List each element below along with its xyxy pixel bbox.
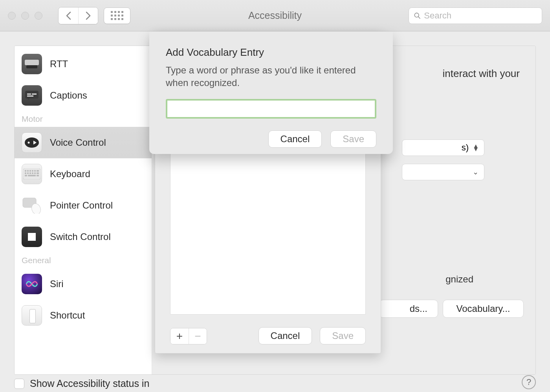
keyboard-icon [22, 164, 42, 184]
add-vocabulary-popover: Add Vocabulary Entry Type a word or phra… [149, 31, 393, 154]
sidebar-item-label: Pointer Control [50, 200, 113, 211]
rtt-icon [22, 54, 42, 74]
svg-point-8 [25, 137, 39, 148]
svg-rect-21 [34, 172, 36, 174]
add-vocabulary-title: Add Vocabulary Entry [166, 46, 376, 59]
sidebar-item-label: Shortcut [50, 310, 85, 321]
svg-rect-2 [25, 60, 39, 65]
sidebar-item-siri[interactable]: Siri [15, 268, 152, 300]
zoom-window-button[interactable] [35, 12, 42, 20]
sidebar-item-pointer-control[interactable]: Pointer Control [15, 190, 152, 221]
captions-icon [22, 85, 42, 106]
svg-rect-22 [37, 172, 39, 174]
svg-rect-11 [25, 170, 26, 172]
svg-rect-23 [25, 175, 27, 176]
close-window-button[interactable] [8, 12, 16, 20]
sidebar-item-keyboard[interactable]: Keyboard [15, 158, 152, 190]
minimize-window-button[interactable] [21, 12, 29, 20]
sidebar-item-label: RTT [50, 59, 68, 70]
svg-rect-19 [29, 172, 31, 174]
titlebar: Accessibility [0, 0, 550, 31]
microphone-dropdown[interactable]: ⌄ [402, 164, 484, 180]
grid-icon [111, 11, 123, 20]
up-down-chevron-icon: ▲▼ [473, 145, 478, 151]
add-vocabulary-save-button[interactable]: Save [330, 130, 376, 148]
sidebar-item-switch-control[interactable]: Switch Control [15, 221, 152, 253]
svg-rect-5 [27, 93, 31, 95]
show-status-checkbox[interactable] [14, 379, 24, 389]
chevron-down-icon: ⌄ [473, 168, 478, 176]
svg-rect-13 [29, 170, 31, 172]
nav-buttons [58, 7, 98, 24]
sidebar-section-general: General [15, 253, 152, 268]
dropdown-value-fragment: s) [462, 143, 469, 153]
show-status-row: Show Accessibility status in [14, 378, 149, 389]
svg-rect-17 [25, 172, 26, 174]
sidebar-item-label: Switch Control [50, 231, 111, 242]
svg-rect-25 [37, 175, 39, 176]
window-controls [8, 12, 42, 20]
svg-rect-20 [32, 172, 33, 174]
shortcut-icon [22, 305, 42, 326]
sidebar-item-rtt[interactable]: RTT [15, 48, 152, 80]
svg-rect-18 [27, 172, 29, 174]
recognized-text-fragment: gnized [446, 274, 473, 285]
vocabulary-button[interactable]: Vocabulary... [443, 300, 524, 318]
search-field[interactable] [409, 7, 542, 24]
vocabulary-list[interactable] [170, 150, 366, 315]
language-dropdown[interactable]: s) ▲▼ [402, 139, 484, 156]
vocabulary-add-remove: + − [170, 328, 207, 344]
pane-description-fragment: interact with your [442, 68, 520, 80]
svg-rect-6 [32, 93, 37, 95]
vocabulary-button-label: Vocabulary... [456, 303, 510, 314]
add-vocabulary-actions: Cancel Save [166, 130, 376, 148]
commands-button[interactable]: ds... [379, 300, 438, 318]
sidebar: RTT Captions Motor Voice Control Keyboar… [15, 46, 152, 374]
svg-rect-3 [26, 65, 37, 68]
svg-rect-7 [27, 95, 33, 97]
add-vocabulary-cancel-button[interactable]: Cancel [268, 130, 322, 148]
voice-control-icon [22, 132, 42, 153]
show-status-label: Show Accessibility status in [30, 378, 149, 389]
add-vocabulary-description: Type a word or phrase as you'd like it e… [166, 64, 362, 90]
add-vocabulary-input-wrap [166, 99, 376, 119]
vocabulary-sheet-actions: Cancel Save [258, 327, 366, 344]
svg-rect-14 [32, 170, 33, 172]
forward-button[interactable] [78, 7, 98, 24]
window-title: Accessibility [248, 10, 302, 21]
chevron-left-icon [66, 11, 71, 20]
sidebar-item-label: Keyboard [50, 169, 90, 180]
help-button[interactable]: ? [522, 375, 536, 389]
svg-line-1 [418, 16, 420, 18]
sidebar-item-captions[interactable]: Captions [15, 80, 152, 111]
vocabulary-remove-button[interactable]: − [189, 328, 207, 344]
vocabulary-add-button[interactable]: + [170, 328, 189, 344]
svg-rect-12 [27, 170, 29, 172]
sidebar-section-motor: Motor [15, 111, 152, 127]
sidebar-item-label: Siri [50, 278, 64, 289]
show-all-button[interactable] [104, 7, 130, 24]
back-button[interactable] [59, 7, 78, 24]
add-vocabulary-input[interactable] [167, 101, 375, 117]
pointer-control-icon [22, 195, 42, 216]
siri-icon [22, 274, 42, 294]
vocabulary-cancel-button[interactable]: Cancel [258, 327, 312, 344]
sidebar-item-label: Captions [50, 90, 87, 101]
svg-rect-15 [34, 170, 36, 172]
vocabulary-save-button[interactable]: Save [320, 327, 366, 344]
chevron-right-icon [86, 11, 91, 20]
switch-control-icon [22, 227, 42, 247]
sidebar-item-label: Voice Control [50, 137, 106, 148]
sidebar-item-shortcut[interactable]: Shortcut [15, 300, 152, 331]
sidebar-item-voice-control[interactable]: Voice Control [15, 127, 152, 158]
svg-rect-24 [28, 175, 36, 176]
svg-rect-16 [37, 170, 39, 172]
commands-button-label: ds... [410, 303, 427, 314]
search-input[interactable] [424, 11, 537, 21]
search-icon [414, 12, 421, 20]
